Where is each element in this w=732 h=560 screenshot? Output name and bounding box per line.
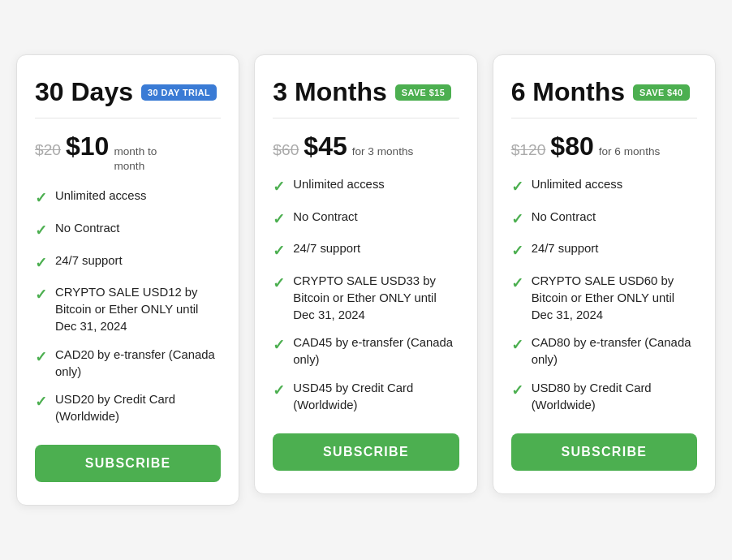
checkmark-icon: ✓ (511, 335, 523, 355)
features-list-3months: ✓Unlimited access✓No Contract✓24/7 suppo… (273, 176, 459, 414)
feature-text-3months-0: Unlimited access (293, 176, 384, 193)
features-list-6months: ✓Unlimited access✓No Contract✓24/7 suppo… (511, 176, 697, 414)
feature-item-6months-0: ✓Unlimited access (511, 176, 697, 197)
price-period-6months: for 6 months (599, 144, 661, 159)
feature-text-3months-1: No Contract (293, 209, 357, 226)
features-list-30days: ✓Unlimited access✓No Contract✓24/7 suppo… (35, 187, 221, 425)
feature-text-30days-1: No Contract (55, 220, 119, 237)
feature-text-30days-0: Unlimited access (55, 187, 146, 205)
checkmark-icon: ✓ (35, 221, 47, 241)
pricing-card-30days: 30 Days30 DAY TRIAL$20$10month tomonth✓U… (16, 54, 239, 506)
feature-item-3months-4: ✓CAD45 by e-transfer (Canada only) (273, 334, 459, 368)
checkmark-icon: ✓ (35, 285, 47, 305)
checkmark-icon: ✓ (273, 209, 285, 230)
checkmark-icon: ✓ (273, 241, 285, 261)
checkmark-icon: ✓ (511, 241, 523, 261)
card-header-30days: 30 Days30 DAY TRIAL (35, 78, 221, 106)
feature-item-3months-0: ✓Unlimited access (273, 176, 459, 197)
price-old-3months: $60 (273, 141, 299, 159)
card-badge-30days: 30 DAY TRIAL (141, 84, 217, 101)
feature-text-3months-3: CRYPTO SALE USD33 by Bitcoin or Ether ON… (293, 273, 459, 323)
feature-text-6months-0: Unlimited access (532, 176, 622, 193)
feature-item-6months-1: ✓No Contract (511, 209, 697, 230)
feature-text-6months-2: 24/7 support (532, 240, 599, 257)
feature-text-30days-2: 24/7 support (55, 252, 123, 269)
card-title-6months: 6 Months (511, 78, 625, 106)
price-row-6months: $120$80for 6 months (511, 131, 697, 162)
divider-30days (35, 118, 221, 118)
feature-item-6months-3: ✓CRYPTO SALE USD60 by Bitcoin or Ether O… (511, 273, 697, 323)
checkmark-icon: ✓ (35, 392, 47, 412)
feature-item-3months-2: ✓24/7 support (273, 240, 459, 261)
feature-text-3months-2: 24/7 support (293, 240, 360, 257)
pricing-card-3months: 3 MonthsSAVE $15$60$45for 3 months✓Unlim… (254, 54, 477, 494)
feature-item-30days-3: ✓CRYPTO SALE USD12 by Bitcoin or Ether O… (35, 284, 221, 334)
price-row-3months: $60$45for 3 months (273, 131, 459, 162)
feature-item-3months-1: ✓No Contract (273, 209, 459, 230)
feature-item-30days-1: ✓No Contract (35, 220, 221, 241)
subscribe-button-3months[interactable]: SUBSCRIBE (273, 433, 459, 471)
subscribe-button-30days[interactable]: SUBSCRIBE (35, 445, 221, 482)
feature-item-3months-3: ✓CRYPTO SALE USD33 by Bitcoin or Ether O… (273, 273, 459, 323)
checkmark-icon: ✓ (511, 381, 523, 401)
pricing-container: 30 Days30 DAY TRIAL$20$10month tomonth✓U… (16, 54, 716, 506)
feature-item-30days-2: ✓24/7 support (35, 252, 221, 274)
feature-text-30days-4: CAD20 by e-transfer (Canada only) (55, 347, 221, 381)
feature-text-6months-5: USD80 by Credit Card (Worldwide) (532, 380, 697, 414)
card-badge-3months: SAVE $15 (395, 84, 451, 101)
checkmark-icon: ✓ (273, 177, 285, 197)
divider-3months (273, 118, 459, 118)
price-old-30days: $20 (35, 141, 61, 159)
subscribe-button-6months[interactable]: SUBSCRIBE (511, 433, 697, 471)
price-new-30days: $10 (66, 131, 109, 162)
checkmark-icon: ✓ (35, 188, 47, 209)
card-badge-6months: SAVE $40 (633, 84, 689, 101)
checkmark-icon: ✓ (273, 335, 285, 355)
feature-item-6months-5: ✓USD80 by Credit Card (Worldwide) (511, 380, 697, 414)
card-title-30days: 30 Days (35, 78, 133, 106)
feature-text-6months-3: CRYPTO SALE USD60 by Bitcoin or Ether ON… (532, 273, 697, 323)
feature-text-3months-4: CAD45 by e-transfer (Canada only) (293, 334, 459, 368)
feature-item-6months-4: ✓CAD80 by e-transfer (Canada only) (511, 334, 697, 368)
card-header-3months: 3 MonthsSAVE $15 (273, 78, 459, 106)
feature-item-30days-4: ✓CAD20 by e-transfer (Canada only) (35, 347, 221, 381)
feature-text-30days-3: CRYPTO SALE USD12 by Bitcoin or Ether ON… (55, 284, 221, 334)
feature-text-30days-5: USD20 by Credit Card (Worldwide) (55, 391, 221, 425)
price-period-3months: for 3 months (352, 144, 414, 159)
price-period-30days: month tomonth (114, 144, 157, 173)
checkmark-icon: ✓ (511, 177, 523, 197)
feature-item-3months-5: ✓USD45 by Credit Card (Worldwide) (273, 380, 459, 414)
price-new-6months: $80 (550, 131, 593, 162)
checkmark-icon: ✓ (511, 274, 523, 294)
card-title-3months: 3 Months (273, 78, 386, 106)
price-row-30days: $20$10month tomonth (35, 131, 221, 173)
checkmark-icon: ✓ (511, 209, 523, 230)
feature-item-30days-0: ✓Unlimited access (35, 187, 221, 209)
checkmark-icon: ✓ (35, 347, 47, 368)
price-new-3months: $45 (304, 131, 347, 162)
feature-text-3months-5: USD45 by Credit Card (Worldwide) (293, 380, 459, 414)
checkmark-icon: ✓ (273, 274, 285, 294)
checkmark-icon: ✓ (35, 253, 47, 274)
price-old-6months: $120 (511, 141, 546, 159)
divider-6months (511, 118, 697, 118)
feature-text-6months-1: No Contract (532, 209, 596, 226)
feature-item-6months-2: ✓24/7 support (511, 240, 697, 261)
pricing-card-6months: 6 MonthsSAVE $40$120$80for 6 months✓Unli… (493, 54, 716, 494)
feature-text-6months-4: CAD80 by e-transfer (Canada only) (532, 334, 697, 368)
checkmark-icon: ✓ (273, 381, 285, 401)
card-header-6months: 6 MonthsSAVE $40 (511, 78, 697, 106)
feature-item-30days-5: ✓USD20 by Credit Card (Worldwide) (35, 391, 221, 425)
